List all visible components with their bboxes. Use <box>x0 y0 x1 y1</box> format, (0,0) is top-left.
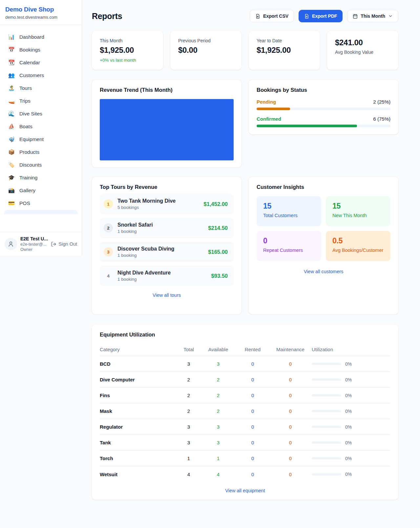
sidebar-item-discounts[interactable]: 🏷️Discounts <box>4 158 78 171</box>
cell-available: 1 <box>200 456 236 461</box>
revenue-trend-card: Revenue Trend (This Month) <box>92 80 242 168</box>
cell-maintenance: 0 <box>269 377 312 382</box>
shop-domain: demo.test.divestreams.com <box>5 15 76 20</box>
cell-category: Torch <box>100 456 177 461</box>
cell-category: BCD <box>100 361 177 367</box>
sidebar-item-reports-partial[interactable] <box>4 210 78 214</box>
view-all-equipment-link[interactable]: View all equipment <box>100 488 390 493</box>
utilization-percent: 0% <box>345 393 352 398</box>
status-count: 2 (25%) <box>373 99 390 105</box>
cell-available: 2 <box>200 393 236 398</box>
cell-utilization: 0% <box>312 361 390 367</box>
sidebar-item-customers[interactable]: 👥Customers <box>4 69 78 82</box>
rank-badge: 4 <box>104 271 113 280</box>
cell-total: 3 <box>177 440 200 445</box>
trips-icon: 🚤 <box>8 98 15 104</box>
sidebar-item-label: Customers <box>19 72 44 78</box>
tour-name: Two Tank Morning Dive <box>117 198 199 204</box>
cell-utilization: 0% <box>312 472 390 477</box>
stat-label: This Month <box>100 38 155 43</box>
table-row: Mask 2 2 0 0 0% <box>100 403 390 419</box>
revenue-trend-title: Revenue Trend (This Month) <box>100 87 234 93</box>
sidebar-item-gallery[interactable]: 📸Gallery <box>4 184 78 197</box>
tour-row: 3 Discover Scuba Diving 1 booking $165.0… <box>100 242 234 262</box>
user-icon <box>8 241 14 247</box>
sign-out-button[interactable]: Sign Out <box>51 241 77 247</box>
insight-label: Repeat Customers <box>263 248 315 253</box>
insight-tile-new-this-month: 15 New This Month <box>326 196 390 226</box>
sidebar-item-tours[interactable]: 🏝️Tours <box>4 82 78 94</box>
calendar-icon: 📆 <box>8 59 15 66</box>
tours-icon: 🏝️ <box>8 85 15 91</box>
status-count: 6 (75%) <box>373 116 390 122</box>
table-header-row: Category Total Available Rented Maintena… <box>100 343 390 356</box>
table-row: Dive Computer 2 2 0 0 0% <box>100 372 390 388</box>
cell-rented: 0 <box>236 456 269 461</box>
utilization-percent: 0% <box>345 472 352 477</box>
view-all-customers-link[interactable]: View all customers <box>257 269 390 274</box>
cell-maintenance: 0 <box>269 408 312 414</box>
utilization-bar <box>312 441 341 444</box>
tour-name: Night Dive Adventure <box>117 270 207 276</box>
user-email: e2e-tester@... <box>20 242 48 247</box>
insight-grid: 15 Total Customers 15 New This Month 0 R… <box>257 196 390 261</box>
progress-track <box>257 108 390 110</box>
equipment-utilization-title: Equipment Utilization <box>100 332 390 338</box>
sidebar-item-label: Calendar <box>19 60 40 66</box>
cell-total: 1 <box>177 456 200 461</box>
sidebar-item-calendar[interactable]: 📆Calendar <box>4 56 78 69</box>
sidebar: Demo Dive Shop demo.test.divestreams.com… <box>0 0 82 256</box>
sidebar-item-equipment[interactable]: 🤿Equipment <box>4 133 78 146</box>
gallery-icon: 📸 <box>8 187 15 193</box>
cell-maintenance: 0 <box>269 393 312 398</box>
stat-value: $0.00 <box>178 46 234 55</box>
stat-delta: +0% vs last month <box>100 58 155 63</box>
tour-name: Snorkel Safari <box>117 222 203 228</box>
rank-badge: 3 <box>104 247 113 256</box>
sidebar-item-trips[interactable]: 🚤Trips <box>4 94 78 107</box>
export-csv-button[interactable]: Export CSV <box>250 10 294 22</box>
table-row: Torch 1 1 0 0 0% <box>100 451 390 466</box>
pos-icon: 💳 <box>8 200 15 206</box>
utilization-percent: 0% <box>345 377 352 382</box>
dive-sites-icon: 🌊 <box>8 111 15 117</box>
customer-insights-title: Customer Insights <box>257 184 390 190</box>
utilization-bar <box>312 394 341 396</box>
export-pdf-button[interactable]: Export PDF <box>299 10 343 22</box>
file-download-icon <box>255 14 260 19</box>
sidebar-item-label: Training <box>19 175 37 181</box>
sidebar-item-label: Trips <box>19 98 31 104</box>
bookings-by-status-card: Bookings by Status Pending 2 (25%) Confi… <box>249 80 398 134</box>
utilization-bar <box>312 473 341 476</box>
tour-bookings: 1 booking <box>117 229 203 234</box>
avatar <box>5 238 17 250</box>
progress-fill-pending <box>257 108 290 110</box>
stats-row: This Month $1,925.00 +0% vs last month P… <box>92 31 398 70</box>
sidebar-item-training[interactable]: 🎓Training <box>4 171 78 184</box>
insight-value: 0.5 <box>332 236 384 245</box>
sidebar-item-label: Tours <box>19 85 32 91</box>
bookings-by-status-title: Bookings by Status <box>257 87 390 93</box>
utilization-percent: 0% <box>345 456 352 461</box>
sidebar-item-boats[interactable]: ⛵Boats <box>4 120 78 133</box>
cell-rented: 0 <box>236 377 269 382</box>
equipment-table: Category Total Available Rented Maintena… <box>100 343 390 482</box>
stat-label: Avg Booking Value <box>335 50 390 55</box>
tour-row: 2 Snorkel Safari 1 booking $214.50 <box>100 218 234 238</box>
sidebar-item-bookings[interactable]: 📅Bookings <box>4 43 78 56</box>
cell-utilization: 0% <box>312 377 390 382</box>
stat-card-avg-booking-value: $241.00 Avg Booking Value <box>327 31 398 70</box>
view-all-tours-link[interactable]: View all tours <box>100 293 234 298</box>
page-header: Reports Export CSV Export PDF This Month <box>92 10 398 22</box>
sidebar-item-products[interactable]: 📦Products <box>4 146 78 158</box>
stat-card-this-month: This Month $1,925.00 +0% vs last month <box>92 31 163 70</box>
sidebar-item-dashboard[interactable]: 📊Dashboard <box>4 30 78 43</box>
utilization-bar <box>312 378 341 381</box>
period-dropdown[interactable]: This Month <box>347 10 398 22</box>
utilization-bar <box>312 363 341 365</box>
user-section: E2E Test U... e2e-tester@... Owner Sign … <box>0 232 82 256</box>
sidebar-item-pos[interactable]: 💳POS <box>4 197 78 210</box>
column-header-total: Total <box>177 347 200 352</box>
main-content: Reports Export CSV Export PDF This Month… <box>82 0 420 500</box>
sidebar-item-dive-sites[interactable]: 🌊Dive Sites <box>4 107 78 120</box>
